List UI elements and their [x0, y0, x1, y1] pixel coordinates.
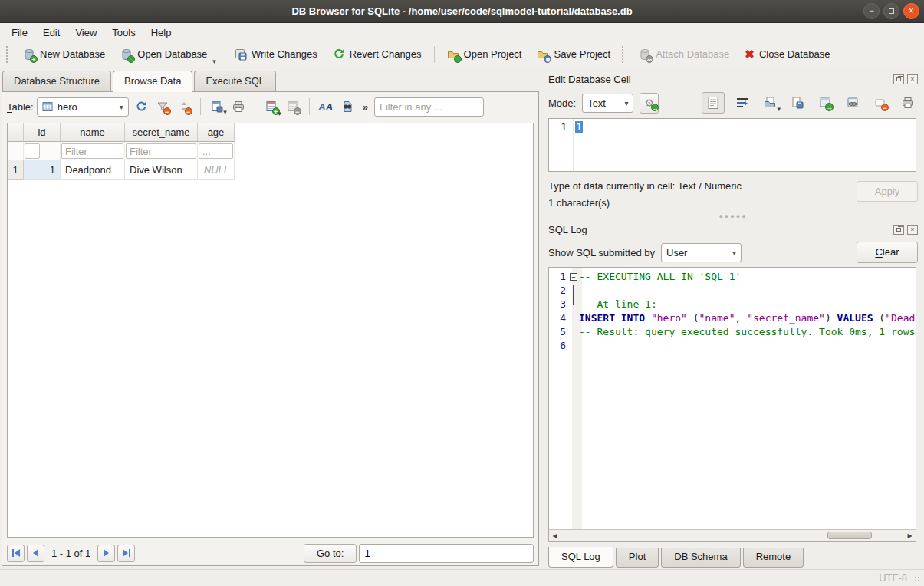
tab-database-structure[interactable]: Database Structure: [2, 71, 111, 91]
menu-tools[interactable]: Tools: [105, 25, 142, 41]
text-view-button[interactable]: [702, 92, 725, 114]
column-header-name[interactable]: name: [61, 123, 125, 142]
mode-select-value: Text: [587, 97, 606, 109]
cell-age[interactable]: NULL: [198, 160, 235, 180]
browse-data-pane: Database Structure Browse Data Execute S…: [0, 67, 541, 569]
scrollbar-thumb[interactable]: [827, 532, 871, 539]
new-database-icon: +: [23, 48, 35, 61]
minimize-button[interactable]: −: [863, 3, 880, 19]
revert-changes-button[interactable]: Revert Changes: [326, 45, 429, 64]
word-wrap-button[interactable]: [732, 94, 752, 112]
clear-log-button[interactable]: Clear: [857, 242, 918, 263]
tab-execute-sql[interactable]: Execute SQL: [194, 71, 276, 91]
filter-input-name[interactable]: [61, 143, 123, 159]
cell-editor-value[interactable]: 1: [575, 121, 583, 133]
menu-file[interactable]: File: [5, 25, 35, 41]
link-button[interactable]: [843, 94, 863, 112]
close-dock-button[interactable]: ×: [907, 225, 918, 235]
dock-splitter[interactable]: ●●●●●: [548, 212, 918, 221]
insert-record-icon: + ▾: [265, 100, 278, 113]
scroll-left-icon[interactable]: ◀: [549, 532, 561, 539]
clear-sort-icon: −: [178, 100, 190, 113]
table-select[interactable]: hero ▾: [37, 97, 129, 117]
float-dock-button[interactable]: [893, 225, 904, 235]
previous-record-button[interactable]: [27, 545, 44, 562]
filter-cell-id: [24, 142, 61, 160]
write-changes-button[interactable]: Write Changes: [228, 45, 324, 64]
close-button[interactable]: ×: [903, 3, 919, 19]
apply-button[interactable]: Apply: [857, 181, 918, 202]
dock-tabbar: SQL Log Plot DB Schema Remote: [548, 548, 918, 569]
clear-filters-button[interactable]: −: [153, 97, 172, 116]
font-format-button[interactable]: AA: [317, 97, 335, 116]
save-results-button[interactable]: ▾: [208, 97, 226, 116]
apply-format-button[interactable]: ⚙→: [640, 93, 659, 114]
dock-tab-plot[interactable]: Plot: [616, 548, 659, 568]
last-record-button[interactable]: [117, 545, 135, 562]
mode-select[interactable]: Text ▾: [582, 94, 633, 113]
open-database-button[interactable]: → Open Database: [113, 45, 214, 64]
column-header-id[interactable]: id: [24, 123, 61, 142]
horizontal-scrollbar[interactable]: ◀ ▶: [549, 529, 916, 541]
open-project-button[interactable]: → Open Project: [440, 45, 529, 64]
cell-id[interactable]: 1: [24, 160, 61, 180]
font-format-icon: AA: [318, 101, 333, 113]
close-dock-button[interactable]: ×: [907, 74, 918, 84]
dock-tab-sql-log[interactable]: SQL Log: [548, 547, 613, 568]
chevron-down-icon: ▾: [120, 103, 123, 111]
print-button[interactable]: [229, 97, 248, 116]
delete-record-icon: −: [287, 100, 299, 113]
menu-help[interactable]: Help: [144, 25, 179, 41]
attach-database-button[interactable]: ∞ Attach Database: [632, 45, 736, 64]
scroll-right-icon[interactable]: ▶: [904, 532, 916, 539]
dock-tab-remote[interactable]: Remote: [743, 548, 804, 568]
show-sql-select[interactable]: User ▾: [661, 243, 742, 262]
insert-record-button[interactable]: + ▾: [262, 97, 281, 116]
titlebar[interactable]: DB Browser for SQLite - /home/user/code/…: [0, 0, 924, 23]
tab-browse-data[interactable]: Browse Data: [113, 71, 192, 92]
print-cell-button[interactable]: [898, 94, 918, 112]
toolbar-overflow-button[interactable]: »: [360, 101, 371, 113]
filter-any-input[interactable]: [374, 97, 484, 117]
delete-record-button[interactable]: −: [284, 97, 302, 116]
toolbar-grip[interactable]: [622, 46, 627, 63]
clear-sort-button[interactable]: −: [175, 97, 193, 116]
row-header[interactable]: 1: [8, 160, 24, 180]
set-null-button[interactable]: −: [870, 94, 890, 112]
find-button[interactable]: [338, 97, 357, 116]
dock-tab-db-schema[interactable]: DB Schema: [661, 548, 740, 568]
encoding-label[interactable]: UTF-8: [879, 572, 907, 584]
filter-input-id[interactable]: [25, 143, 40, 159]
filter-input-age[interactable]: [199, 143, 233, 159]
toolbar-grip[interactable]: [6, 46, 12, 63]
attach-database-icon: ∞: [639, 48, 651, 61]
apply-cell-button[interactable]: →: [815, 94, 835, 112]
cell-name[interactable]: Deadpond: [61, 160, 125, 180]
new-database-button[interactable]: + New Database: [16, 45, 112, 64]
open-database-dropdown-icon[interactable]: ▾: [212, 58, 216, 67]
refresh-button[interactable]: [132, 97, 150, 116]
column-header-secret-name[interactable]: secret_name: [125, 123, 198, 142]
cell-editor[interactable]: 1 1: [548, 118, 916, 172]
close-database-button[interactable]: ✖ Close Database: [738, 45, 837, 64]
menu-edit[interactable]: Edit: [36, 25, 67, 41]
goto-input[interactable]: [359, 544, 534, 563]
filter-input-secret-name[interactable]: [126, 143, 196, 159]
maximize-button[interactable]: [883, 3, 899, 19]
export-file-button[interactable]: [788, 94, 807, 112]
first-record-button[interactable]: [7, 545, 25, 562]
column-header-age[interactable]: age: [198, 123, 235, 142]
cell-secret-name[interactable]: Dive Wilson: [125, 160, 198, 180]
grid-corner-header[interactable]: [8, 123, 24, 142]
import-file-button[interactable]: ▾: [760, 94, 780, 112]
save-project-button[interactable]: ■ Save Project: [530, 45, 617, 64]
chevron-down-icon: ▾: [624, 99, 628, 107]
menu-view[interactable]: View: [68, 25, 104, 41]
sql-log-view[interactable]: 1 − -- EXECUTING ALL IN 'SQL 1' 2 -- 3 -…: [548, 267, 916, 542]
goto-button[interactable]: Go to:: [304, 544, 357, 563]
cell-info-row: Type of data currently in cell: Text / N…: [548, 178, 918, 212]
float-dock-button[interactable]: [893, 74, 904, 84]
next-record-button[interactable]: [97, 545, 115, 562]
fold-marker-icon[interactable]: −: [570, 273, 577, 281]
resize-grip[interactable]: [914, 576, 922, 584]
